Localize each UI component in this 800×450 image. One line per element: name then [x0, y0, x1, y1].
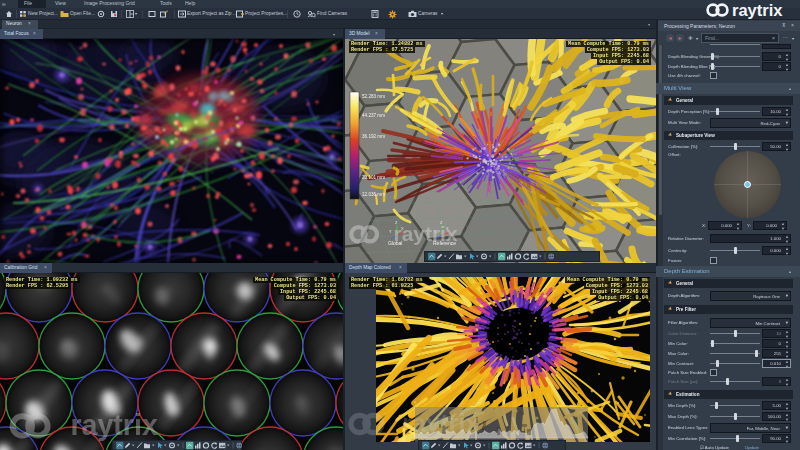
svg-text:44.237 mm: 44.237 mm: [362, 113, 385, 118]
svg-text:raytrix: raytrix: [732, 1, 783, 19]
svg-text:36.192 mm: 36.192 mm: [362, 134, 385, 139]
svg-text:12.036 mm: 12.036 mm: [362, 192, 385, 197]
svg-text:20.101 mm: 20.101 mm: [362, 175, 385, 180]
svg-text:52.283 mm: 52.283 mm: [362, 94, 385, 99]
